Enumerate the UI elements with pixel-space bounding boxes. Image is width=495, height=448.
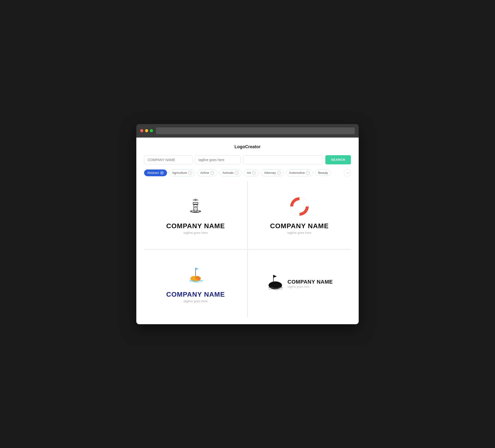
category-chip-attorney[interactable]: Attorney ✓: [261, 169, 284, 176]
category-chip-automotive[interactable]: Automotive ✓: [286, 169, 313, 176]
check-icon: ✓: [160, 171, 164, 175]
logo3-tagline: tagline goes here: [183, 299, 208, 303]
svg-point-20: [269, 281, 282, 289]
category-label: Beauty: [318, 171, 328, 175]
category-label: Abstract: [147, 171, 159, 175]
category-chip-beauty[interactable]: Beauty: [315, 169, 331, 176]
category-chip-agriculture[interactable]: Agriculture ✓: [169, 169, 195, 176]
check-icon: ✓: [235, 171, 239, 175]
app-content: LogoCreator SEARCH Abstract ✓ Agricultur…: [136, 138, 359, 324]
check-icon: ✓: [306, 171, 310, 175]
category-label: Attorney: [264, 171, 276, 175]
company-name-input[interactable]: [144, 155, 192, 164]
tagline-input[interactable]: [195, 155, 241, 164]
lighthouse-icon: [185, 196, 206, 218]
search-button[interactable]: SEARCH: [325, 155, 351, 164]
svg-rect-8: [195, 207, 196, 208]
app-title: LogoCreator: [144, 144, 351, 149]
logo-grid: COMPANY NAME tagline goes here: [144, 181, 351, 317]
category-chip-art[interactable]: Art ✓: [244, 169, 259, 176]
close-button[interactable]: [140, 129, 143, 132]
category-label: Airline: [200, 171, 209, 175]
logo3-company-name: COMPANY NAME: [166, 291, 225, 298]
traffic-lights: [140, 129, 153, 132]
address-bar[interactable]: [156, 127, 355, 134]
category-chip-airline[interactable]: Airline ✓: [197, 169, 217, 176]
category-label: Animals: [222, 171, 234, 175]
browser-chrome: [136, 124, 359, 138]
logo-card-3[interactable]: COMPANY NAME tagline goes here: [144, 250, 247, 317]
logo4-text-block: COMPANY NAME tagline goes here: [288, 279, 333, 288]
category-label: Art: [247, 171, 251, 175]
logo4-company-name: COMPANY NAME: [288, 279, 333, 285]
logo4-tagline: tagline goes here: [288, 285, 333, 288]
category-chip-abstract[interactable]: Abstract ✓: [144, 169, 167, 176]
hill-flag-icon: [266, 272, 284, 291]
category-label: Agriculture: [172, 171, 187, 175]
check-icon: ✓: [210, 171, 214, 175]
check-icon: ✓: [252, 171, 256, 175]
logo1-tagline: tagline goes here: [183, 231, 208, 235]
svg-marker-14: [195, 268, 199, 270]
browser-window: LogoCreator SEARCH Abstract ✓ Agricultur…: [136, 124, 359, 324]
logo-card-2[interactable]: COMPANY NAME tagline goes here: [248, 181, 351, 249]
maximize-button[interactable]: [150, 129, 153, 132]
category-chip-animals[interactable]: Animals ✓: [219, 169, 242, 176]
minimize-button[interactable]: [145, 129, 148, 132]
sailboat-icon: [185, 264, 206, 287]
category-label: Automotive: [289, 171, 305, 175]
svg-marker-19: [273, 275, 277, 278]
logo-card-1[interactable]: COMPANY NAME tagline goes here: [144, 181, 247, 249]
life-preserver-icon: [289, 196, 310, 218]
check-icon: ✓: [188, 171, 192, 175]
logo-card-4[interactable]: COMPANY NAME tagline goes here: [248, 250, 351, 317]
logo1-company-name: COMPANY NAME: [166, 222, 225, 230]
logo4-wrapper: COMPANY NAME tagline goes here: [266, 272, 333, 295]
logo2-tagline: tagline goes here: [287, 231, 312, 235]
logo2-company-name: COMPANY NAME: [270, 222, 329, 230]
check-icon: ✓: [277, 171, 281, 175]
next-page-button[interactable]: →: [344, 169, 351, 177]
extra-input[interactable]: [243, 155, 323, 164]
category-filter: Abstract ✓ Agriculture ✓ Airline ✓ Anima…: [144, 169, 351, 177]
search-bar: SEARCH: [144, 155, 351, 164]
